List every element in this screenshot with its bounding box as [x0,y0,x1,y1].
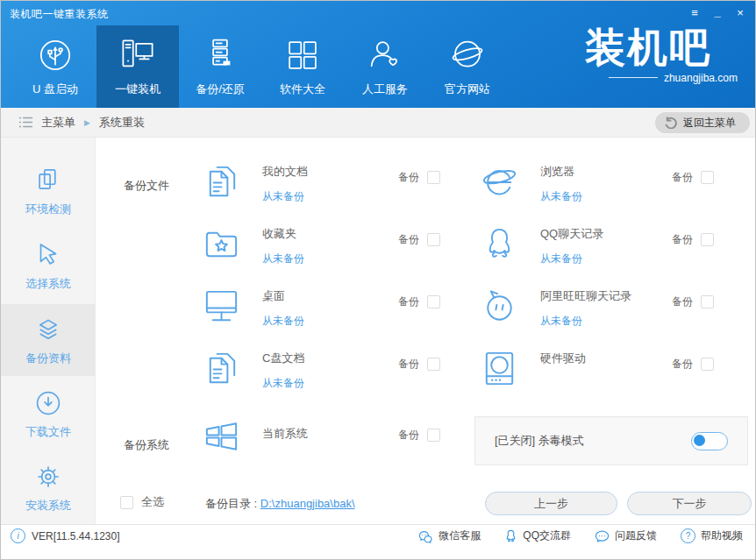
backup-directory-label: 备份目录 : [205,497,260,510]
back-to-menu-button[interactable]: 返回主菜单 [655,112,750,133]
sidebar-item-install-system[interactable]: 安装系统 [1,451,96,523]
status-link-label: 问题反馈 [615,528,657,543]
statusbar-links: 微信客服 QQ交流群 问题反馈 [418,528,743,543]
info-icon: i [11,528,25,543]
nav-item-backup-restore[interactable]: 备份/还原 [179,25,261,108]
backup-item-name: 我的文档 [262,164,308,180]
sidebar-item-backup-data[interactable]: 备份资料 [1,304,96,376]
select-all-checkbox[interactable] [120,496,133,509]
sidebar-item-label: 环境检测 [25,202,71,217]
breadcrumb-root[interactable]: 主菜单 [41,115,75,131]
backup-checkbox[interactable] [427,171,440,184]
folder-star-icon [201,223,242,265]
sidebar-item-select-system[interactable]: 选择系统 [1,230,96,301]
documents-icon [201,348,242,389]
backup-item-name: C盘文档 [262,351,304,366]
backup-item-browser: 浏览器 从未备份 备份 [479,161,714,212]
sidebar-item-label: 选择系统 [25,276,71,292]
feedback-link[interactable]: 问题反馈 [595,528,657,543]
backup-checkbox-label: 备份 [398,428,419,443]
help-icon: ? [681,528,695,543]
backup-checkbox[interactable] [427,358,440,371]
backup-status-link[interactable]: 从未备份 [540,314,631,329]
menu-icon[interactable]: ≡ [683,3,706,22]
close-icon[interactable]: × [729,3,752,22]
backup-status-link[interactable]: 从未备份 [262,189,308,204]
header: 装机吧一键重装系统 ≡ _ × U 盘启动 [1,1,756,108]
backup-checkbox[interactable] [427,295,440,308]
computer-icon [119,37,156,74]
backup-status-link[interactable]: 从未备份 [262,252,304,266]
windows-logo-icon [201,415,242,457]
server-icon [202,37,239,74]
brand-domain: zhuangjiba.com [664,72,738,84]
version-info: i VER[11.5.44.1230] [11,528,120,543]
nav-item-label: 一键装机 [115,82,160,97]
backup-checkbox[interactable] [701,358,714,371]
backup-checkbox[interactable] [701,233,714,246]
backup-item-current-system: 当前系统 备份 [201,415,440,466]
nav-item-label: 软件大全 [280,82,325,97]
help-video-link[interactable]: ? 帮助视频 [681,528,743,543]
sidebar: 环境检测 选择系统 备份资料 下载文件 [1,138,96,524]
toggle-knob [694,435,705,446]
cursor-icon [33,240,63,270]
backup-checkbox[interactable] [701,171,714,184]
nav-item-onekey-install[interactable]: 一键装机 [96,25,179,108]
nav-item-service[interactable]: 人工服务 [344,25,426,108]
nav-item-usb-boot[interactable]: U 盘启动 [14,25,96,108]
grid-icon [284,37,321,74]
status-link-label: QQ交流群 [523,528,571,543]
sidebar-item-download[interactable]: 下载文件 [1,378,96,450]
antivirus-mode-label: [已关闭] 杀毒模式 [495,433,584,449]
sidebar-item-label: 下载文件 [25,424,71,440]
backup-checkbox[interactable] [701,295,714,308]
feedback-bubble-icon [595,529,610,543]
qq-group-link[interactable]: QQ交流群 [504,528,571,543]
wechat-icon [418,529,433,543]
backup-item-name: 当前系统 [262,426,308,442]
sidebar-item-env-check[interactable]: 环境检测 [1,155,96,227]
version-text: VER[11.5.44.1230] [32,530,120,542]
next-step-button[interactable]: 下一步 [627,492,752,515]
backup-item-desktop: 桌面 从未备份 备份 [201,286,440,337]
window-controls: ≡ _ × [683,3,752,22]
status-link-label: 微信客服 [439,528,481,543]
backup-status-link[interactable]: 从未备份 [540,189,582,204]
backup-item-favorites: 收藏夹 从未备份 备份 [201,223,440,274]
backup-checkbox[interactable] [427,429,440,442]
backup-checkbox-label: 备份 [672,357,693,372]
backup-checkbox-label: 备份 [398,294,419,309]
wechat-support-link[interactable]: 微信客服 [418,528,481,543]
download-icon [33,388,63,418]
backup-status-link[interactable]: 从未备份 [262,314,304,329]
backup-item-name: 桌面 [262,288,304,304]
backup-checkbox-label: 备份 [672,232,693,247]
titlebar: 装机吧一键重装系统 ≡ _ × [1,1,756,25]
backup-checkbox[interactable] [427,233,440,246]
nav-item-website[interactable]: 官方网站 [426,25,509,108]
backup-checkbox-label: 备份 [398,357,419,372]
backup-status-link[interactable]: 从未备份 [540,252,603,266]
backup-checkbox-label: 备份 [398,170,419,185]
backup-directory-link[interactable]: D:\zhuangjiba\bak\ [260,497,355,510]
nav-item-label: 备份/还原 [196,82,245,97]
brand-logo: 装机吧 zhuangjiba.com [552,25,745,84]
gear-icon [33,462,63,492]
statusbar: i VER[11.5.44.1230] 微信客服 [1,524,756,547]
backup-item-aliwangwang-history: 阿里旺旺聊天记录 从未备份 备份 [479,286,714,337]
nav-item-software[interactable]: 软件大全 [261,25,344,108]
previous-step-button[interactable]: 上一步 [485,492,617,515]
sidebar-item-label: 安装系统 [25,498,71,514]
minimize-icon[interactable]: _ [706,3,729,22]
logo-divider [609,77,658,78]
backup-system-label: 备份系统 [124,437,169,453]
backup-item-c-drive-docs: C盘文档 从未备份 备份 [201,348,440,399]
backup-item-name: 浏览器 [540,164,582,180]
main-nav: U 盘启动 一键装机 备份/还原 [1,25,509,108]
antivirus-toggle[interactable] [691,432,728,450]
backup-status-link[interactable]: 从未备份 [262,376,304,391]
sidebar-item-label: 备份资料 [25,351,71,366]
aliwangwang-icon [479,286,520,327]
backup-item-name: 硬件驱动 [540,351,586,366]
